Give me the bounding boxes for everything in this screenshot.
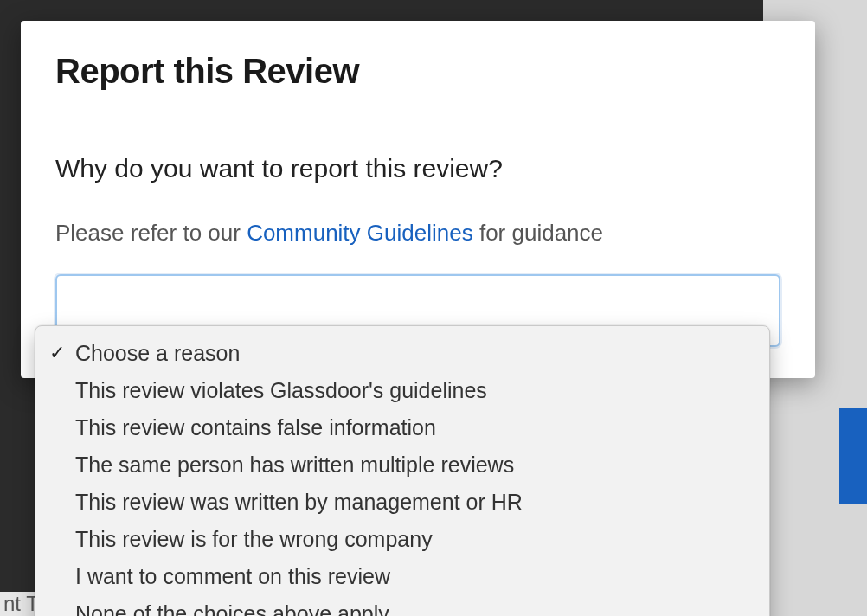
modal-header: Report this Review (21, 21, 815, 119)
dropdown-option-label: The same person has written multiple rev… (75, 449, 754, 481)
dropdown-option-false-information[interactable]: This review contains false information (35, 409, 769, 446)
dropdown-option-comment[interactable]: I want to comment on this review (35, 558, 769, 595)
dropdown-option-label: Choose a reason (75, 337, 754, 369)
helper-suffix: for guidance (473, 220, 603, 246)
helper-prefix: Please refer to our (55, 220, 247, 246)
background-button-fragment (839, 408, 867, 504)
reason-dropdown: ✓ Choose a reason This review violates G… (35, 325, 770, 616)
dropdown-option-label: This review is for the wrong company (75, 523, 754, 555)
dropdown-option-violates-guidelines[interactable]: This review violates Glassdoor's guideli… (35, 372, 769, 409)
dropdown-option-label: This review was written by management or… (75, 486, 754, 518)
checkmark-icon: ✓ (49, 339, 75, 368)
dropdown-option-none-apply[interactable]: None of the choices above apply (35, 595, 769, 616)
dropdown-option-label: This review violates Glassdoor's guideli… (75, 375, 754, 407)
helper-text: Please refer to our Community Guidelines… (55, 220, 780, 247)
dropdown-option-wrong-company[interactable]: This review is for the wrong company (35, 521, 769, 558)
dropdown-option-management-hr[interactable]: This review was written by management or… (35, 484, 769, 521)
modal-title: Report this Review (55, 52, 780, 91)
dropdown-option-multiple-reviews[interactable]: The same person has written multiple rev… (35, 446, 769, 484)
dropdown-option-label: I want to comment on this review (75, 561, 754, 593)
dropdown-option-label: None of the choices above apply (75, 598, 754, 616)
community-guidelines-link[interactable]: Community Guidelines (247, 220, 473, 246)
dropdown-option-placeholder[interactable]: ✓ Choose a reason (35, 335, 769, 372)
dropdown-option-label: This review contains false information (75, 412, 754, 444)
report-question: Why do you want to report this review? (55, 154, 780, 183)
